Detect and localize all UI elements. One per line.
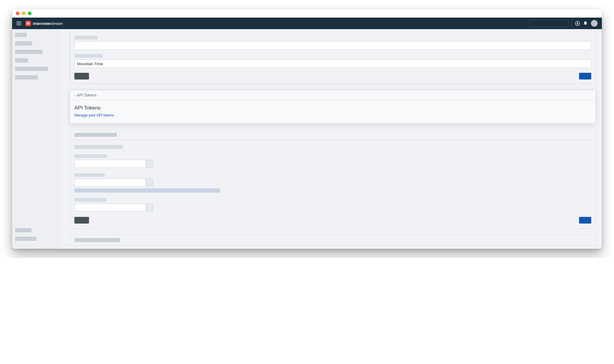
api-tokens-header: - API Tokens <box>70 90 595 100</box>
sidebar-item[interactable] <box>15 41 32 46</box>
secondary-button[interactable] <box>74 73 89 79</box>
field-label <box>74 145 123 149</box>
helper-text <box>74 188 220 193</box>
primary-button[interactable] <box>579 217 591 224</box>
field-label <box>74 154 107 158</box>
sidebar <box>12 29 61 249</box>
nav-right <box>529 20 598 27</box>
text-input[interactable] <box>74 179 146 187</box>
window-close-icon[interactable] <box>16 12 19 15</box>
api-tokens-card: - API Tokens API Tokens Manage your API … <box>70 90 596 123</box>
sidebar-item[interactable] <box>15 75 38 79</box>
search-input[interactable] <box>529 20 569 27</box>
svg-rect-0 <box>27 22 27 24</box>
mac-titlebar <box>12 9 602 18</box>
input-addon[interactable] <box>146 204 153 211</box>
window-minimize-icon[interactable] <box>22 12 26 15</box>
sidebar-item[interactable] <box>15 67 48 71</box>
card-title <box>74 238 120 242</box>
svg-rect-1 <box>28 22 28 25</box>
svg-rect-2 <box>28 22 29 24</box>
avatar[interactable] <box>591 20 598 27</box>
window-maximize-icon[interactable] <box>28 12 32 15</box>
text-input[interactable] <box>74 160 146 168</box>
field-label <box>74 54 102 58</box>
input-addon[interactable] <box>146 160 153 168</box>
api-tokens-title: API Tokens <box>74 105 591 111</box>
input-addon[interactable] <box>146 179 153 187</box>
main-content: - API Tokens API Tokens Manage your API … <box>61 29 602 249</box>
text-input[interactable] <box>74 204 146 211</box>
settings-card-top <box>70 32 596 84</box>
svg-rect-3 <box>29 22 30 25</box>
nav-divider <box>572 20 572 27</box>
sidebar-item[interactable] <box>15 33 27 37</box>
field-label <box>74 173 105 177</box>
brand-logo[interactable]: interviewstream <box>26 21 63 26</box>
bell-icon[interactable] <box>583 21 588 26</box>
card-title <box>74 133 117 137</box>
brand-mark-icon <box>26 21 31 26</box>
sidebar-item[interactable] <box>15 50 43 54</box>
menu-icon[interactable] <box>16 22 21 25</box>
settings-card-mid <box>70 130 596 229</box>
secondary-button[interactable] <box>74 217 89 224</box>
sidebar-item[interactable] <box>15 237 36 241</box>
brand-name: interviewstream <box>33 21 63 26</box>
app-body: - API Tokens API Tokens Manage your API … <box>12 29 602 249</box>
manage-api-tokens-link[interactable]: Manage your API tokens <box>74 113 114 117</box>
text-input[interactable] <box>74 41 591 50</box>
sidebar-item[interactable] <box>15 58 28 62</box>
settings-card-bottom <box>70 234 596 246</box>
app-window: interviewstream <box>12 9 602 249</box>
timezone-select[interactable] <box>74 59 591 68</box>
primary-button[interactable] <box>579 73 591 79</box>
top-nav: interviewstream <box>12 18 602 29</box>
add-icon[interactable] <box>575 21 580 26</box>
field-label <box>74 198 106 202</box>
field-label <box>74 36 97 39</box>
sidebar-item[interactable] <box>15 228 32 232</box>
